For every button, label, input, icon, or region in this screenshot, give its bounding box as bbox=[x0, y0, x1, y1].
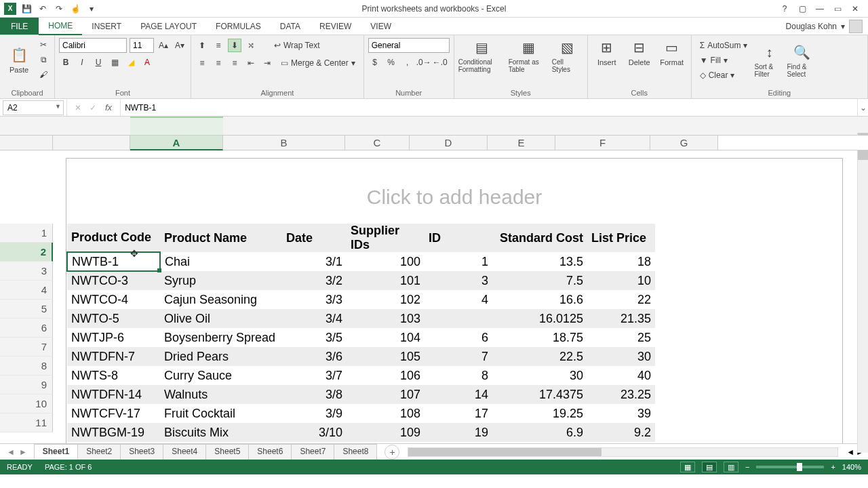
format-button[interactable]: ▭Format bbox=[657, 38, 687, 66]
cell[interactable]: 3/4 bbox=[282, 309, 347, 328]
font-color-icon[interactable]: A bbox=[140, 56, 154, 69]
tab-file[interactable]: FILE bbox=[0, 18, 39, 35]
cell[interactable]: Syrup bbox=[160, 271, 282, 290]
tab-data[interactable]: DATA bbox=[271, 18, 310, 35]
tab-review[interactable]: REVIEW bbox=[310, 18, 361, 35]
touch-mode-icon[interactable]: ☝ bbox=[69, 3, 81, 15]
paste-button[interactable]: 📋 Paste bbox=[4, 45, 34, 74]
cell[interactable]: NWTDFN-7 bbox=[67, 347, 160, 366]
cell[interactable]: 30 bbox=[492, 366, 587, 385]
col-header-b[interactable]: B bbox=[223, 136, 345, 150]
autosum-button[interactable]: Σ AutoSum ▾ bbox=[696, 38, 752, 53]
close-icon[interactable]: ✕ bbox=[849, 4, 861, 14]
cell[interactable]: 25 bbox=[587, 328, 655, 347]
row-header-3[interactable]: 3 bbox=[0, 262, 53, 281]
cell[interactable]: 7.5 bbox=[492, 271, 587, 290]
help-icon[interactable]: ? bbox=[778, 4, 791, 14]
add-sheet-button[interactable]: + bbox=[384, 445, 399, 460]
page-header-placeholder[interactable]: Click to add header bbox=[66, 159, 842, 225]
cell[interactable]: Dried Pears bbox=[160, 347, 282, 366]
cell[interactable]: 19.25 bbox=[492, 404, 587, 423]
cell[interactable]: Curry Sauce bbox=[160, 366, 282, 385]
font-size-input[interactable] bbox=[130, 38, 154, 53]
tab-view[interactable]: VIEW bbox=[361, 18, 401, 35]
cell[interactable]: 18 bbox=[587, 252, 655, 271]
sort-filter-button[interactable]: ↕Sort & Filter bbox=[754, 43, 784, 78]
cell[interactable]: Olive Oil bbox=[160, 309, 282, 328]
cell[interactable]: 3/6 bbox=[282, 347, 347, 366]
cell[interactable]: 3 bbox=[425, 271, 492, 290]
cell[interactable]: 23.25 bbox=[587, 385, 655, 404]
redo-icon[interactable]: ↷ bbox=[53, 3, 65, 15]
align-bottom-icon[interactable]: ⬇ bbox=[228, 39, 241, 52]
decrease-indent-icon[interactable]: ⇤ bbox=[244, 56, 258, 70]
cell-styles-button[interactable]: ▧Cell Styles bbox=[552, 38, 583, 73]
row-header-7[interactable]: 7 bbox=[0, 338, 53, 357]
page-break-view-icon[interactable]: ▥ bbox=[724, 462, 738, 472]
cell[interactable]: 39 bbox=[587, 404, 655, 423]
decrease-font-icon[interactable]: A▾ bbox=[173, 39, 186, 52]
tab-home[interactable]: HOME bbox=[39, 18, 82, 35]
increase-font-icon[interactable]: A▴ bbox=[157, 39, 170, 52]
cell[interactable]: 22.5 bbox=[492, 347, 587, 366]
cell[interactable]: 1 bbox=[425, 252, 492, 271]
tab-insert[interactable]: INSERT bbox=[82, 18, 131, 35]
cell[interactable]: 107 bbox=[347, 385, 425, 404]
percent-icon[interactable]: % bbox=[384, 56, 398, 69]
sheet-tab-6[interactable]: Sheet6 bbox=[248, 444, 292, 460]
col-header-d[interactable]: D bbox=[410, 136, 488, 150]
cell[interactable]: 3/3 bbox=[282, 290, 347, 309]
col-header-g[interactable]: G bbox=[650, 136, 718, 150]
orientation-icon[interactable]: ⤭ bbox=[244, 39, 258, 52]
sheet-tab-5[interactable]: Sheet5 bbox=[205, 444, 249, 460]
header-list-price[interactable]: List Price bbox=[587, 224, 655, 252]
row-header-1[interactable]: 1 bbox=[0, 224, 53, 243]
save-icon[interactable]: 💾 bbox=[20, 3, 33, 15]
align-center-icon[interactable]: ≡ bbox=[212, 56, 225, 70]
cell[interactable]: 7 bbox=[425, 347, 492, 366]
cell[interactable]: 6 bbox=[425, 328, 492, 347]
cell[interactable]: 3/5 bbox=[282, 328, 347, 347]
cell[interactable]: NWTCO-4 bbox=[67, 290, 160, 309]
cell[interactable]: 9.2 bbox=[587, 423, 655, 442]
cell[interactable]: NWTBGM-19 bbox=[67, 423, 160, 442]
format-as-table-button[interactable]: ▦Format as Table bbox=[509, 38, 549, 73]
underline-button[interactable]: U bbox=[92, 56, 105, 69]
header-date[interactable]: Date bbox=[282, 224, 347, 252]
comma-icon[interactable]: , bbox=[401, 56, 414, 69]
sheet-tab-7[interactable]: Sheet7 bbox=[291, 444, 334, 460]
row-header-2[interactable]: 2 bbox=[0, 243, 53, 262]
cell[interactable]: NWTCFV-17 bbox=[67, 404, 160, 423]
cell[interactable]: 18.75 bbox=[492, 328, 587, 347]
cell[interactable]: 100 bbox=[347, 252, 425, 271]
borders-icon[interactable]: ▦ bbox=[108, 56, 121, 69]
cell[interactable]: 8 bbox=[425, 366, 492, 385]
zoom-level[interactable]: 140% bbox=[842, 463, 861, 471]
normal-view-icon[interactable]: ▦ bbox=[680, 462, 695, 472]
cell[interactable]: 3/10 bbox=[282, 423, 347, 442]
sheet-tab-3[interactable]: Sheet3 bbox=[120, 444, 163, 460]
decrease-decimal-icon[interactable]: ←.0 bbox=[433, 56, 447, 69]
cell[interactable]: 104 bbox=[347, 328, 425, 347]
cell[interactable]: 106 bbox=[347, 366, 425, 385]
cell[interactable]: Chai bbox=[160, 252, 282, 271]
row-header-6[interactable]: 6 bbox=[0, 319, 53, 338]
cell[interactable]: 13.5 bbox=[492, 252, 587, 271]
sheet-tab-2[interactable]: Sheet2 bbox=[77, 444, 121, 460]
name-box[interactable] bbox=[3, 100, 64, 115]
cell[interactable]: 17.4375 bbox=[492, 385, 587, 404]
maximize-icon[interactable]: ▭ bbox=[831, 4, 844, 14]
sheet-next-icon[interactable]: ► bbox=[19, 447, 27, 457]
zoom-slider[interactable] bbox=[756, 466, 824, 468]
row-header-9[interactable]: 9 bbox=[0, 375, 53, 394]
cell[interactable]: 6.9 bbox=[492, 423, 587, 442]
sheet-prev-icon[interactable]: ◄ bbox=[7, 447, 15, 457]
clear-button[interactable]: ◇ Clear ▾ bbox=[696, 68, 752, 83]
align-right-icon[interactable]: ≡ bbox=[228, 56, 241, 70]
cell[interactable]: NWTO-5 bbox=[67, 309, 160, 328]
header-supplier-ids[interactable]: Supplier IDs bbox=[347, 224, 425, 252]
cell[interactable]: NWTJP-6 bbox=[67, 328, 160, 347]
cell[interactable]: Walnuts bbox=[160, 385, 282, 404]
cell[interactable]: Boysenberry Spread bbox=[160, 328, 282, 347]
cell[interactable]: 3/1 bbox=[282, 252, 347, 271]
